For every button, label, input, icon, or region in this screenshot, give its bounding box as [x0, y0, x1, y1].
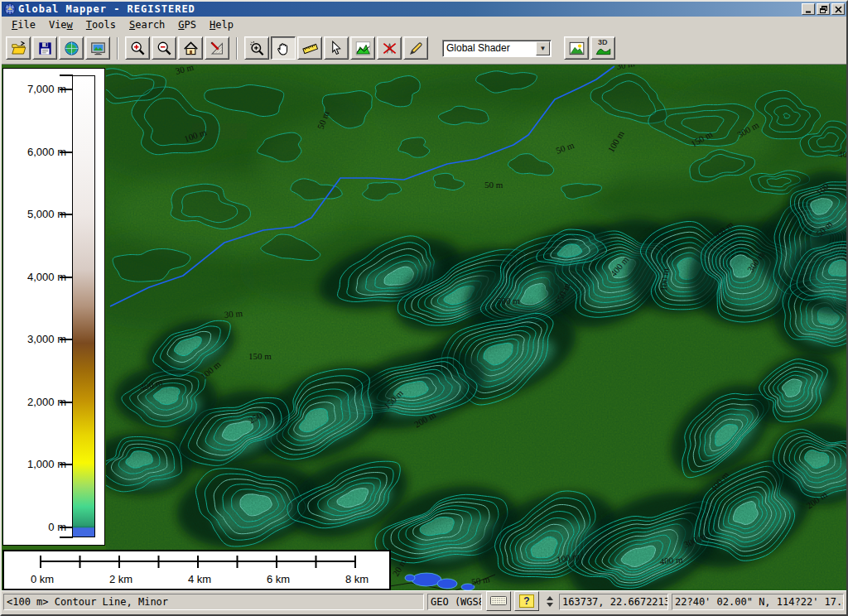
pan-tool-icon [276, 41, 292, 56]
legend-label: 2,000 m [8, 396, 66, 408]
path-profile-tool-button[interactable] [350, 36, 375, 60]
scale-label: 4 km [188, 573, 211, 585]
window-title: Global Mapper - REGISTERED [18, 3, 195, 15]
status-spinner[interactable] [544, 593, 556, 611]
full-view-button[interactable] [178, 36, 203, 60]
status-bar: <100 m> Contour Line, Minor GEO (WGS84 ?… [2, 590, 846, 614]
menu-help[interactable]: Help [203, 18, 240, 31]
status-mode-text: <100 m> Contour Line, Minor [7, 596, 168, 608]
legend-label: 1,000 m [8, 458, 66, 470]
keyboard-icon [490, 595, 507, 606]
measure-tool-icon [302, 41, 318, 56]
water-body [412, 573, 441, 586]
status-projection-pane: GEO (WGS84 [427, 594, 482, 610]
shader-select[interactable]: Global Shader▼ [442, 40, 552, 57]
menu-gps[interactable]: GPS [171, 18, 203, 31]
pan-tool-button[interactable] [271, 36, 296, 60]
legend-label: 4,000 m [8, 271, 66, 283]
scale-label: 2 km [109, 573, 132, 585]
digitizer-tool-button[interactable] [403, 36, 428, 60]
help-button[interactable]: ? [514, 591, 539, 611]
shader-select-value: Global Shader [446, 42, 536, 54]
open-file-icon [11, 41, 26, 56]
overlay-control-center-icon [90, 41, 106, 56]
minimize-button[interactable] [802, 3, 815, 15]
map-canvas[interactable]: 30 m100 m50 m30 m50 m100 m150 m300 m4005… [106, 65, 846, 590]
contour-label: 150 m [248, 351, 272, 361]
legend-label: 3,000 m [8, 333, 66, 345]
pick-tool-button[interactable] [324, 36, 349, 60]
chevron-down-icon[interactable]: ▼ [536, 41, 550, 55]
water-body [405, 575, 415, 581]
map-client-area: 30 m100 m50 m30 m50 m100 m150 m300 m4005… [2, 65, 846, 590]
overlay-control-center-button[interactable] [85, 36, 110, 60]
full-view-icon [183, 41, 199, 56]
menu-bar: FileViewToolsSearchGPSHelp [2, 17, 846, 32]
configure-button[interactable] [205, 36, 229, 60]
legend-tick [60, 75, 73, 76]
menu-view[interactable]: View [42, 18, 80, 31]
legend-label: 7,000 m [8, 83, 66, 95]
zoom-tool-icon [249, 41, 265, 56]
status-latlon-text: 22?40' 02.00" N, 114?22' 17.89" E [675, 596, 844, 608]
open-file-button[interactable] [6, 36, 31, 60]
restore-icon [820, 6, 827, 13]
status-mode-pane: <100 m> Contour Line, Minor [3, 594, 424, 610]
close-button[interactable] [831, 3, 845, 15]
show-images-icon [569, 41, 585, 56]
save-icon [37, 41, 53, 56]
toolbar-separator [117, 37, 118, 60]
legend-tick [60, 537, 73, 538]
close-icon [835, 6, 842, 13]
scale-bar: 0 km2 km4 km6 km8 km [2, 550, 391, 590]
3d-view-button[interactable]: 3D [590, 36, 615, 60]
path-profile-tool-icon [355, 41, 371, 56]
status-latlon-pane: 22?40' 02.00" N, 114?22' 17.89" E [672, 594, 844, 610]
contour-label: 50 m [484, 180, 504, 190]
help-icon: ? [519, 594, 533, 608]
keyboard-button[interactable] [486, 591, 511, 611]
pick-tool-icon [329, 41, 344, 56]
elevation-gradient-bar [72, 75, 95, 537]
show-images-button[interactable] [564, 36, 589, 60]
title-bar: Global Mapper - REGISTERED [2, 2, 846, 17]
water-body [437, 579, 457, 589]
elevation-legend: 7,000 m6,000 m5,000 m4,000 m3,000 m2,000… [2, 68, 105, 546]
zoom-out-button[interactable] [152, 36, 176, 60]
download-online-data-icon [64, 41, 80, 56]
global-mapper-window: Global Mapper - REGISTERED FileViewTools… [0, 0, 848, 616]
contour-label: 400 m [659, 555, 683, 566]
zoom-in-icon [130, 41, 146, 56]
legend-label: 5,000 m [8, 208, 66, 220]
digitizer-tool-icon [408, 41, 424, 56]
scale-label: 0 km [31, 573, 54, 585]
measure-tool-button[interactable] [297, 36, 322, 60]
menu-search[interactable]: Search [123, 18, 171, 31]
spinner-up-icon[interactable] [547, 596, 553, 600]
contour-label: 30 m [224, 308, 243, 320]
contour-label: 100 m [658, 267, 670, 291]
menu-file[interactable]: File [5, 18, 42, 31]
status-projection-text: GEO (WGS84 [431, 596, 482, 608]
toolbar: Global Shader▼3D [2, 32, 846, 65]
status-position-pane: 163737, 22.66722137 ) [559, 594, 668, 610]
scale-label: 6 km [267, 573, 290, 585]
3d-view-label: 3D [598, 38, 608, 46]
zoom-in-button[interactable] [125, 36, 150, 60]
app-icon [4, 3, 16, 15]
scale-label: 8 km [345, 573, 369, 585]
line-of-sight-tool-icon [382, 41, 398, 56]
configure-icon [210, 41, 225, 56]
zoom-tool-button[interactable] [244, 36, 269, 60]
save-button[interactable] [32, 36, 57, 60]
legend-label: 6,000 m [8, 146, 66, 158]
line-of-sight-tool-button[interactable] [377, 36, 402, 60]
minimize-icon [805, 6, 812, 13]
restore-button[interactable] [817, 3, 830, 15]
spinner-down-icon[interactable] [547, 603, 553, 607]
download-online-data-button[interactable] [59, 36, 84, 60]
zoom-out-icon [157, 41, 172, 56]
contour-label: 400 [838, 149, 846, 159]
status-position-text: 163737, 22.66722137 ) [562, 596, 668, 608]
menu-tools[interactable]: Tools [80, 18, 123, 31]
